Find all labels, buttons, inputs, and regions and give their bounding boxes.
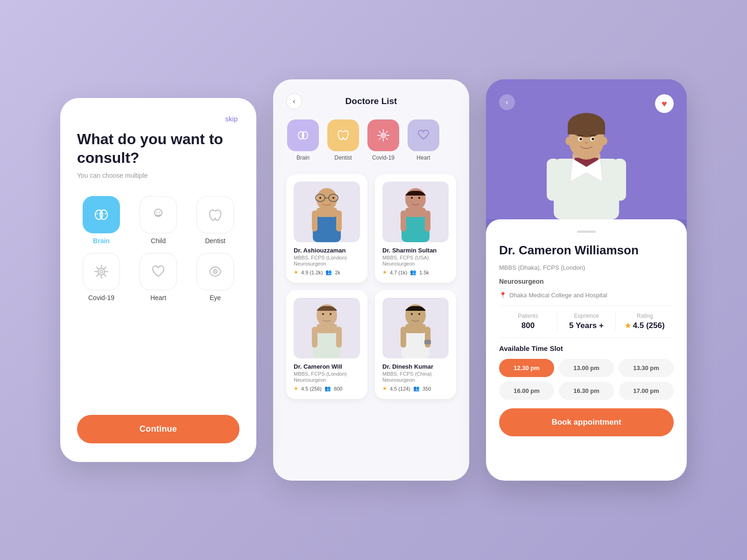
continue-button[interactable]: Continue — [77, 415, 240, 443]
doctor-credentials: MBBS (Dhaka), FCPS (London) — [499, 264, 674, 271]
svg-rect-62 — [424, 340, 431, 344]
doctor-specialty: Neurosurgeon — [499, 278, 674, 285]
doctor4-degree: MBBS, FCPS (China) — [382, 371, 449, 377]
screen3-back-button[interactable]: ‹ — [499, 94, 515, 110]
doctor-hospital: 📍 Dhaka Medical College and Hospital — [499, 292, 674, 299]
category-brain[interactable]: Brain — [77, 196, 126, 245]
spec-heart-label: Heart — [416, 154, 430, 161]
eye-icon-wrap — [197, 253, 234, 290]
time-slot-1630[interactable]: 16.30 pm — [559, 382, 614, 400]
svg-point-31 — [317, 188, 337, 210]
svg-line-14 — [104, 267, 106, 269]
brain-label: Brain — [93, 237, 110, 245]
svg-point-59 — [418, 313, 420, 315]
stat-patients: Patients 800 — [499, 313, 557, 330]
doctor2-name: Dr. Sharmin Sultan — [382, 247, 449, 254]
category-heart[interactable]: Heart — [134, 253, 183, 301]
spec-heart[interactable]: Heart — [407, 119, 440, 161]
doctor4-rating: 4.5 (124) — [390, 386, 410, 392]
svg-line-27 — [379, 131, 381, 133]
doctor1-degree: MBBS, FCPS (London) — [294, 255, 360, 260]
doctor-main-photo — [537, 98, 635, 219]
time-slot-1300[interactable]: 13.00 pm — [559, 359, 614, 377]
doctor-card-4[interactable]: Dr. Dinesh Kumar MBBS, FCPS (China) Neur… — [375, 290, 456, 399]
spec-covid-label: Covid-19 — [372, 154, 395, 161]
svg-rect-75 — [547, 159, 560, 201]
spec-dentist[interactable]: Dentist — [326, 119, 360, 161]
spec-brain-icon — [287, 119, 319, 151]
time-slot-1330[interactable]: 13.30 pm — [619, 359, 674, 377]
doctor1-spec: Neurosurgeon — [294, 261, 360, 266]
svg-rect-53 — [312, 327, 317, 348]
spec-covid-icon — [367, 119, 399, 151]
category-covid[interactable]: Covid-19 — [77, 253, 126, 301]
doctor2-stats: ★ 4.7 (1k) 👥 1.5k — [382, 269, 449, 275]
category-eye[interactable]: Eye — [191, 253, 240, 301]
spec-heart-icon — [408, 119, 439, 151]
category-grid: Brain Child — [77, 196, 240, 301]
screen2-header: ‹ Doctore List — [286, 96, 456, 106]
svg-point-74 — [601, 137, 607, 145]
svg-rect-47 — [425, 210, 430, 231]
svg-point-34 — [319, 197, 321, 199]
svg-point-71 — [579, 138, 582, 140]
favorite-button[interactable]: ♥ — [655, 94, 674, 113]
screen2: ‹ Doctore List Brain — [273, 79, 469, 481]
svg-point-22 — [382, 134, 384, 136]
specialty-filters: Brain Dentist — [286, 119, 456, 163]
stat-rating: Rating 4.5 (256) — [616, 313, 674, 330]
skip-button[interactable]: skip — [225, 115, 238, 123]
heart-icon-wrap — [140, 253, 177, 290]
screen3: ‹ ♥ — [486, 79, 687, 481]
child-icon-wrap — [140, 196, 177, 233]
svg-line-15 — [97, 274, 99, 276]
screen1-title: What do you want to consult? — [77, 130, 240, 167]
doctor1-stats: ★ 4.9 (1.2k) 👥 2k — [294, 269, 360, 275]
doctor-card-2[interactable]: Dr. Sharmin Sultan MBBS, FCPS (USA) Neur… — [375, 174, 456, 283]
doctor1-name: Dr. Ashiouzzaman — [294, 247, 360, 254]
svg-point-51 — [322, 313, 324, 315]
eye-label: Eye — [210, 294, 221, 301]
spec-dentist-label: Dentist — [334, 154, 352, 161]
doctor4-patients: 350 — [423, 386, 431, 392]
screen2-back-button[interactable]: ‹ — [286, 93, 302, 109]
covid-label: Covid-19 — [88, 294, 114, 301]
patients-value: 800 — [521, 321, 535, 330]
category-dentist[interactable]: Dentist — [191, 196, 240, 245]
location-icon: 📍 — [499, 292, 507, 299]
doctor3-name: Dr. Cameron Will — [294, 363, 360, 370]
svg-rect-33 — [317, 208, 337, 217]
book-appointment-button[interactable]: Book appointment — [499, 408, 674, 436]
svg-point-7 — [100, 270, 103, 273]
time-slot-1230[interactable]: 12.30 pm — [499, 359, 554, 377]
doctor-card-1[interactable]: Dr. Ashiouzzaman MBBS, FCPS (London) Neu… — [286, 174, 367, 283]
doctor2-patients: 1.5k — [419, 270, 429, 275]
doctor-photo-3 — [294, 298, 360, 358]
time-slot-1600[interactable]: 16.00 pm — [499, 382, 554, 400]
svg-rect-57 — [405, 324, 426, 333]
svg-rect-46 — [401, 210, 406, 231]
doctor-card-3[interactable]: Dr. Cameron Will MBBS, FCPS (London) Neu… — [286, 290, 367, 399]
svg-rect-50 — [317, 324, 337, 333]
spec-brain[interactable]: Brain — [286, 119, 320, 161]
doctor1-patients: 2k — [335, 270, 340, 275]
doctors-grid: Dr. Ashiouzzaman MBBS, FCPS (London) Neu… — [286, 174, 456, 399]
svg-line-13 — [104, 274, 106, 276]
svg-point-44 — [411, 197, 413, 199]
svg-point-17 — [215, 271, 216, 273]
screen1-subtitle: You can choose multiple — [77, 172, 240, 179]
doctor-full-name: Dr. Cameron Williamson — [499, 243, 674, 258]
screen2-title: Doctore List — [345, 96, 397, 106]
doctor-stats-row: Patients 800 Exprience 5 Years + Rating … — [499, 305, 674, 338]
svg-line-29 — [386, 131, 388, 133]
experience-label: Exprience — [574, 313, 599, 319]
doctor3-rating: 4.5 (256) — [301, 386, 322, 392]
svg-point-45 — [418, 197, 420, 199]
time-slot-1700[interactable]: 17.00 pm — [619, 382, 674, 400]
doctor-photo-1 — [294, 182, 360, 242]
svg-point-5 — [159, 212, 160, 213]
svg-point-58 — [411, 313, 413, 315]
svg-line-30 — [379, 138, 381, 140]
spec-covid[interactable]: Covid-19 — [366, 119, 400, 161]
category-child[interactable]: Child — [134, 196, 183, 245]
